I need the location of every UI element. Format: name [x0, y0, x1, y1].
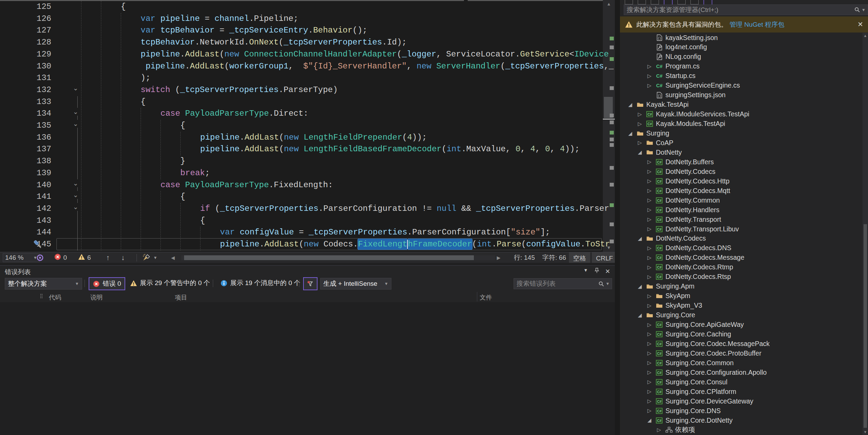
column-header-project[interactable]: 项目 — [175, 293, 187, 302]
expand-icon[interactable]: ▷ — [645, 388, 654, 395]
filter-funnel-icon[interactable] — [303, 277, 318, 290]
error-list-body[interactable] — [0, 302, 615, 435]
expand-icon[interactable]: ▷ — [635, 111, 645, 117]
tree-row[interactable]: ▷C#Surging.Core.Configuration.Apollo — [620, 368, 862, 377]
hscroll-left-icon[interactable]: ◀ — [171, 252, 175, 263]
expand-icon[interactable]: ▷ — [635, 140, 645, 146]
expand-icon[interactable]: ▷ — [645, 264, 654, 270]
tree-row[interactable]: ▷C#DotNetty.Common — [620, 195, 862, 205]
next-issue-button[interactable]: ↓ — [121, 252, 125, 263]
code-line[interactable]: } — [180, 155, 185, 167]
tree-row[interactable]: ▷C#SurgingServiceEngine.cs — [620, 81, 862, 90]
collapse-icon[interactable]: ◢ — [635, 235, 645, 242]
error-list-search-box[interactable]: 搜索错误列表 ▼ — [514, 278, 612, 289]
toggle-icon[interactable] — [703, 0, 712, 4]
error-list-title-bar[interactable]: 错误列表 ▼ ✕ — [0, 266, 615, 277]
tree-row[interactable]: {}kayakSetting.json — [620, 33, 862, 42]
collapse-all-icon[interactable] — [651, 0, 659, 4]
tree-row[interactable]: ▷C#Startup.cs — [620, 71, 862, 81]
tree-row[interactable]: ▷C#Surging.Core.CPlatform — [620, 387, 862, 396]
code-line[interactable]: pipeline.AddLast(new Codecs.FixedLengthF… — [220, 239, 610, 251]
expand-icon[interactable]: ▷ — [645, 322, 654, 328]
code-line[interactable]: var pipeline = channel.Pipeline; — [141, 13, 298, 25]
expand-icon[interactable]: ▷ — [645, 63, 654, 69]
source-dropdown[interactable]: 生成 + IntelliSense▼ — [320, 278, 391, 290]
expand-icon[interactable]: ▷ — [654, 427, 664, 433]
expand-icon[interactable]: ▷ — [645, 369, 654, 375]
tree-row[interactable]: ▷C#Surging.Core.ApiGateWay — [620, 320, 862, 330]
close-icon[interactable]: ✕ — [857, 20, 863, 28]
expand-icon[interactable]: ▷ — [645, 197, 654, 203]
tree-row[interactable]: ▷C#Program.cs — [620, 62, 862, 71]
expand-icon[interactable]: ▷ — [645, 360, 654, 366]
pin-icon[interactable] — [593, 268, 601, 275]
tree-row[interactable]: ◢Surging — [620, 129, 862, 138]
expand-icon[interactable]: ▷ — [645, 350, 654, 356]
tree-row[interactable]: ▷C#DotNetty.Codecs.DNS — [620, 243, 862, 253]
code-line[interactable]: var configValue = _tcpServerProperties.P… — [220, 227, 550, 239]
code-line[interactable]: case PayloadParserType.Direct: — [160, 108, 308, 120]
editor-horizontal-scrollbar[interactable] — [181, 255, 495, 260]
code-line[interactable]: break; — [180, 167, 210, 179]
zoom-level-dropdown[interactable]: 146 % ▼ — [3, 253, 40, 262]
tree-row[interactable]: ▷C#Kayak.IModuleServices.TestApi — [620, 110, 862, 119]
expand-icon[interactable]: ▷ — [645, 408, 654, 414]
expand-icon[interactable]: ▷ — [645, 398, 654, 404]
tree-row[interactable]: NLog.config — [620, 52, 862, 62]
tree-row[interactable]: ◢DotNetty — [620, 148, 862, 157]
expand-icon[interactable]: ▷ — [645, 341, 654, 347]
expand-icon[interactable]: ▷ — [645, 159, 654, 165]
quick-actions-screwdriver-icon[interactable] — [32, 239, 44, 251]
scroll-up-icon[interactable]: ▲ — [603, 1, 615, 7]
tree-row[interactable]: ▷SkyApm_V3 — [620, 301, 862, 310]
tree-row[interactable]: ▷C#DotNetty.Codecs.Message — [620, 253, 862, 263]
solution-explorer-search-box[interactable]: 搜索解决方案资源管理器(Ctrl+;) ▼ — [624, 4, 868, 15]
outlining-collapse-icon[interactable]: ⌄ — [70, 179, 81, 187]
column-header-description[interactable]: 说明 — [90, 293, 103, 302]
tree-row[interactable]: ▷依赖项 — [620, 425, 862, 435]
tree-row[interactable]: ◢Kayak.TestApi — [620, 100, 862, 110]
code-line[interactable]: pipeline.AddLast(workerGroup1, $"{Id}_Se… — [141, 61, 614, 73]
expand-icon[interactable]: ▷ — [645, 73, 654, 79]
close-icon[interactable]: ✕ — [604, 268, 612, 275]
expand-icon[interactable]: ▷ — [645, 188, 654, 194]
tree-row[interactable]: ▷C#DotNetty.Codecs.Rtsp — [620, 272, 862, 282]
tree-row[interactable]: {}surgingSettings.json — [620, 90, 862, 100]
tree-row[interactable]: ▷C#DotNetty.Handlers — [620, 205, 862, 215]
expand-icon[interactable]: ▷ — [645, 168, 654, 175]
messages-filter-button[interactable]: 展示 19 个消息中的 0 个 — [217, 277, 304, 289]
warning-count-indicator[interactable]: 6 — [78, 252, 91, 263]
pencil-icon[interactable] — [690, 0, 699, 4]
warnings-filter-button[interactable]: 展示 29 个警告中的 0 个 — [127, 277, 213, 289]
tree-row[interactable]: ▷CoAP — [620, 138, 862, 148]
tree-row[interactable]: ▷SkyApm — [620, 291, 862, 301]
column-header-file[interactable]: 文件 — [480, 293, 492, 302]
collapse-icon[interactable]: ◢ — [645, 417, 654, 423]
error-count-indicator[interactable]: 0 — [54, 252, 67, 263]
code-line[interactable]: if (_tcpServerProperties.ParserConfigura… — [200, 203, 609, 215]
tree-row[interactable]: ▷C#Surging.Core.DNS — [620, 406, 862, 415]
scrollbar-thumb[interactable] — [864, 224, 867, 428]
collapse-icon[interactable]: ◢ — [625, 102, 635, 108]
errors-filter-button[interactable]: 错误 0 — [89, 277, 125, 290]
expand-icon[interactable]: ▷ — [645, 178, 654, 184]
column-grip-icon[interactable] — [40, 293, 43, 300]
tree-row[interactable]: ◢DotNetty.Codecs — [620, 234, 862, 243]
solution-explorer-toolbar[interactable] — [620, 0, 868, 4]
tree-row[interactable]: ▷C#Surging.Core.Consul — [620, 377, 862, 387]
code-line[interactable]: { — [121, 1, 126, 13]
panel-splitter[interactable] — [615, 0, 620, 435]
collapse-icon[interactable]: ◢ — [625, 130, 635, 137]
code-line[interactable]: switch (_tcpServerProperties.ParserType) — [141, 84, 338, 96]
tree-row[interactable]: ▷C#DotNetty.Transport.Libuv — [620, 224, 862, 234]
tree-row[interactable]: ▷C#Surging.Core.DeviceGateway — [620, 396, 862, 406]
expand-icon[interactable]: ▷ — [645, 274, 654, 280]
tree-row[interactable]: ◢Surging.Apm — [620, 282, 862, 291]
scroll-down-icon[interactable]: ▼ — [863, 430, 868, 434]
tree-row[interactable]: ▷C#Surging.Core.Codec.ProtoBuffer — [620, 348, 862, 358]
scroll-up-icon[interactable]: ▲ — [863, 34, 868, 38]
collapse-icon[interactable]: ◢ — [635, 283, 645, 290]
tree-vertical-scrollbar[interactable]: ▲ ▼ — [863, 33, 868, 435]
outlining-collapse-icon[interactable]: ⌄ — [70, 203, 81, 211]
expand-icon[interactable]: ▷ — [645, 255, 654, 261]
